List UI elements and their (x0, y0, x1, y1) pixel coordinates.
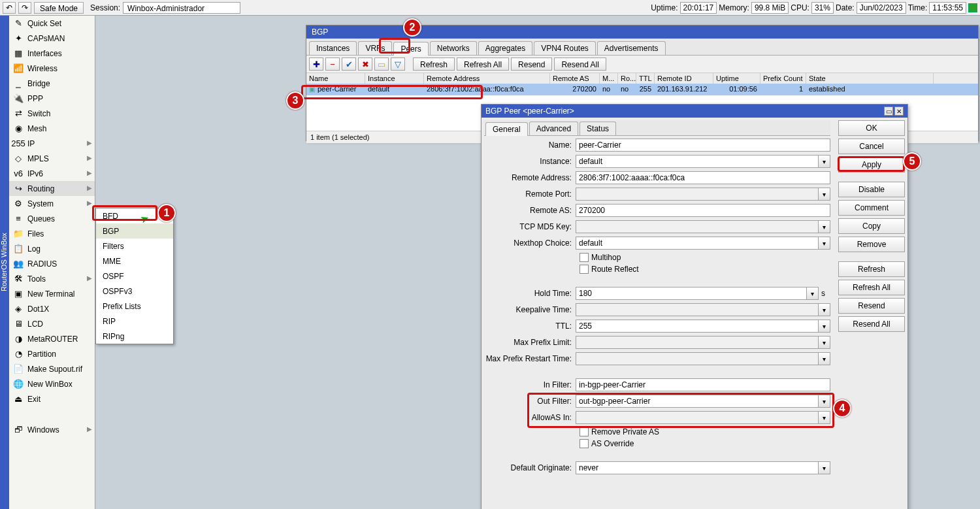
submenu-ospfv3[interactable]: OSPFv3 (96, 284, 173, 299)
col-header[interactable]: Ro... (618, 73, 636, 84)
tab-networks[interactable]: Networks (430, 41, 477, 55)
refresh-all-button[interactable]: Refresh All (457, 57, 509, 71)
remote-port-dropdown[interactable]: ▾ (819, 188, 830, 201)
col-header[interactable]: Instance (365, 73, 424, 84)
default-originate-dropdown[interactable]: ▾ (819, 461, 830, 474)
submenu-ripng[interactable]: RIPng (96, 329, 173, 344)
remove-button[interactable]: − (325, 57, 340, 71)
menu-ip[interactable]: 255IP▶ (9, 136, 95, 151)
remote-as-input[interactable]: 270200 (576, 204, 830, 217)
tab-aggregates[interactable]: Aggregates (478, 41, 532, 55)
menu-bridge[interactable]: ⎯Bridge (9, 76, 95, 91)
menu-lcd[interactable]: 🖥LCD (9, 316, 95, 331)
col-header[interactable]: M... (600, 73, 618, 84)
refresh-button[interactable]: Refresh (413, 57, 455, 71)
resend-button[interactable]: Resend (838, 298, 905, 314)
comment-button[interactable]: Comment (838, 200, 905, 216)
menu-log[interactable]: 📋Log (9, 241, 95, 256)
submenu-ospf[interactable]: OSPF (96, 269, 173, 284)
tab-instances[interactable]: Instances (309, 41, 357, 55)
allowas-dropdown[interactable]: ▾ (819, 411, 830, 424)
menu-radius[interactable]: 👥RADIUS (9, 256, 95, 271)
add-button[interactable]: ✚ (309, 57, 323, 71)
undo-button[interactable]: ↶ (3, 2, 16, 14)
submenu-prefix-lists[interactable]: Prefix Lists (96, 299, 173, 314)
redo-button[interactable]: ↷ (18, 2, 31, 14)
submenu-rip[interactable]: RIP (96, 314, 173, 329)
menu-ppp[interactable]: 🔌PPP (9, 91, 95, 106)
name-input[interactable]: peer-Carrier (576, 139, 830, 152)
out-filter-dropdown[interactable]: ▾ (819, 395, 830, 408)
col-header[interactable]: Uptime (713, 73, 760, 84)
menu-wireless[interactable]: 📶Wireless (9, 61, 95, 76)
refresh-all-button[interactable]: Refresh All (838, 280, 905, 295)
max-prefix-restart-input[interactable] (576, 352, 819, 365)
menu-new-terminal[interactable]: ▣New Terminal (9, 286, 95, 301)
menu-system[interactable]: ⚙System▶ (9, 196, 95, 211)
menu-make-supout-rif[interactable]: 📄Make Supout.rif (9, 361, 95, 376)
apply-button[interactable]: Apply (838, 157, 905, 172)
peer-tab-general[interactable]: General (485, 122, 528, 136)
close-icon[interactable]: ✕ (894, 107, 904, 116)
nexthop-dropdown[interactable]: ▾ (819, 237, 830, 250)
instance-input[interactable]: default (576, 155, 819, 168)
hold-time-input[interactable]: 180 (576, 287, 807, 300)
remove-private-checkbox[interactable] (580, 427, 589, 436)
col-header[interactable]: Name (306, 73, 365, 84)
peer-tab-advanced[interactable]: Advanced (529, 122, 578, 135)
keepalive-input[interactable] (576, 303, 819, 316)
cancel-button[interactable]: Cancel (838, 139, 905, 154)
menu-metarouter[interactable]: ◑MetaROUTER (9, 331, 95, 346)
multihop-checkbox[interactable] (580, 253, 589, 262)
menu-files[interactable]: 📁Files (9, 226, 95, 241)
col-header[interactable]: Remote ID (655, 73, 713, 84)
submenu-mme[interactable]: MME (96, 254, 173, 269)
menu-routing[interactable]: ↪Routing▶ (9, 181, 95, 196)
table-row[interactable]: ▣peer-Carrierdefault2806:3f7:1002:aaaa::… (306, 84, 978, 95)
col-header[interactable]: State (806, 73, 934, 84)
allowas-input[interactable] (576, 411, 819, 424)
resend-button[interactable]: Resend (511, 57, 552, 71)
menu-mesh[interactable]: ◉Mesh (9, 121, 95, 136)
disable-button[interactable]: Disable (838, 182, 905, 197)
disable-button[interactable]: ✖ (358, 57, 372, 71)
default-originate-input[interactable]: never (576, 461, 819, 474)
minimize-icon[interactable]: ▭ (884, 107, 893, 116)
enable-button[interactable]: ✔ (342, 57, 356, 71)
menu-new-winbox[interactable]: 🌐New WinBox (9, 376, 95, 391)
tab-vrfs[interactable]: VRFs (358, 41, 392, 55)
submenu-bgp[interactable]: BGP (96, 223, 173, 238)
max-prefix-restart-dropdown[interactable]: ▾ (819, 352, 830, 365)
ttl-input[interactable]: 255 (576, 320, 819, 333)
menu-switch[interactable]: ⇄Switch (9, 106, 95, 121)
col-header[interactable]: Remote Address (424, 73, 550, 84)
remote-address-input[interactable]: 2806:3f7:1002:aaaa::f0ca:f0ca (576, 171, 830, 184)
menu-capsman[interactable]: ✦CAPsMAN (9, 31, 95, 46)
tcp-md5-input[interactable] (576, 220, 819, 233)
hold-time-dropdown[interactable]: ▾ (807, 287, 819, 300)
max-prefix-input[interactable] (576, 336, 819, 349)
safe-mode-button[interactable]: Safe Mode (34, 2, 84, 14)
menu-ipv6[interactable]: v6IPv6▶ (9, 166, 95, 181)
comment-button[interactable]: ▭ (374, 57, 389, 71)
out-filter-input[interactable]: out-bgp-peer-Carrier (576, 395, 819, 408)
remote-port-input[interactable] (576, 188, 819, 201)
keepalive-dropdown[interactable]: ▾ (819, 303, 830, 316)
col-header[interactable]: TTL (636, 73, 655, 84)
max-prefix-dropdown[interactable]: ▾ (819, 336, 830, 349)
ttl-dropdown[interactable]: ▾ (819, 320, 830, 333)
tcp-md5-dropdown[interactable]: ▾ (819, 220, 830, 233)
submenu-filters[interactable]: Filters (96, 238, 173, 254)
peer-tab-status[interactable]: Status (580, 122, 616, 135)
menu-tools[interactable]: 🛠Tools▶ (9, 271, 95, 286)
copy-button[interactable]: Copy (838, 218, 905, 234)
refresh-button[interactable]: Refresh (838, 261, 905, 277)
menu-dot1x[interactable]: ◈Dot1X (9, 301, 95, 316)
menu-partition[interactable]: ◔Partition (9, 346, 95, 361)
resend-all-button[interactable]: Resend All (838, 316, 905, 332)
resend-all-button[interactable]: Resend All (554, 57, 606, 71)
menu-quick-set[interactable]: ✎Quick Set (9, 16, 95, 31)
instance-dropdown[interactable]: ▾ (819, 155, 830, 168)
route-reflect-checkbox[interactable] (580, 265, 589, 274)
menu-mpls[interactable]: ◇MPLS▶ (9, 151, 95, 166)
